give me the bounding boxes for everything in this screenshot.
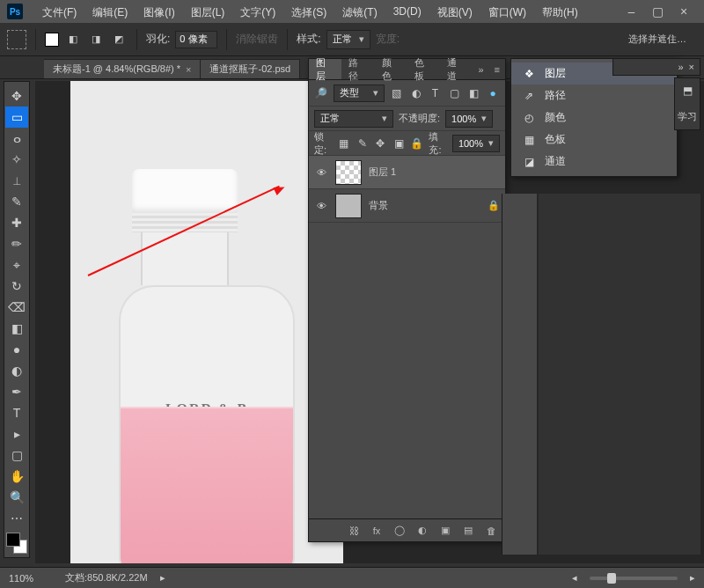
menu-filter[interactable]: 滤镜(T) (335, 3, 384, 23)
foreground-color-swatch[interactable] (6, 533, 20, 547)
menu-file[interactable]: 文件(F) (35, 3, 84, 23)
visibility-toggle-icon[interactable]: 👁 (314, 167, 328, 178)
tab-swatches[interactable]: 色板 (407, 59, 440, 79)
selection-new-icon[interactable] (45, 33, 59, 47)
layer-name[interactable]: 图层 1 (369, 165, 396, 179)
filter-smart-icon[interactable]: ◧ (466, 85, 480, 101)
panel-menu-icon[interactable]: ≡ (489, 59, 505, 79)
gradient-tool-icon[interactable]: ◧ (5, 318, 28, 339)
feather-input[interactable] (175, 31, 217, 48)
filter-adjustment-icon[interactable]: ◐ (409, 85, 423, 101)
scroll-left-icon[interactable]: ◂ (572, 572, 577, 584)
eraser-tool-icon[interactable]: ⌫ (5, 297, 28, 318)
fill-input[interactable]: 100% (452, 135, 500, 152)
menu-item-paths[interactable]: ⇗ 路径 (511, 85, 677, 107)
opacity-input[interactable]: 100% (445, 110, 493, 128)
layer-filter-type-select[interactable]: 类型 (334, 85, 385, 102)
menu-type[interactable]: 文字(Y) (233, 3, 282, 23)
type-tool-icon[interactable]: T (5, 402, 28, 423)
new-layer-icon[interactable]: ▤ (461, 525, 475, 536)
layer-item-background[interactable]: 👁 背景 🔒 (309, 189, 505, 223)
horizontal-scrollbar[interactable] (590, 577, 678, 580)
rectangular-marquee-tool-icon[interactable]: ▭ (5, 107, 28, 128)
close-icon[interactable]: × (689, 62, 694, 72)
lasso-tool-icon[interactable]: ⴰ (5, 128, 28, 149)
collapsed-learn-panel[interactable]: ⬒ 学习 (674, 77, 700, 130)
window-close-button[interactable]: × (672, 3, 695, 20)
layer-group-icon[interactable]: ▣ (438, 525, 452, 536)
filter-shape-icon[interactable]: ▢ (447, 85, 461, 101)
lock-transparency-icon[interactable]: ▦ (338, 136, 351, 151)
edit-toolbar-icon[interactable]: ⋯ (5, 508, 28, 529)
lock-artboard-icon[interactable]: ▣ (392, 136, 406, 151)
filter-toggle-icon[interactable]: ● (486, 85, 500, 101)
document-tab-1[interactable]: 未标题-1 @ 4.84%(RGB/8#) * × (44, 59, 201, 78)
window-maximize-button[interactable]: ▢ (646, 3, 669, 20)
doc-info[interactable]: 文档:850.8K/2.22M (65, 571, 148, 584)
close-icon[interactable]: × (186, 64, 191, 75)
lock-all-icon[interactable]: 🔒 (410, 136, 423, 151)
menu-item-swatches[interactable]: ▦ 色板 (511, 129, 677, 151)
tool-preset-picker[interactable] (7, 30, 26, 49)
menu-item-channels[interactable]: ◪ 通道 (511, 151, 677, 173)
lock-position-icon[interactable]: ✥ (374, 136, 387, 151)
menu-image[interactable]: 图像(I) (136, 3, 181, 23)
menu-3d[interactable]: 3D(D) (386, 3, 429, 23)
blend-mode-select[interactable]: 正常 (314, 110, 393, 128)
history-brush-tool-icon[interactable]: ↻ (5, 276, 28, 297)
dodge-tool-icon[interactable]: ◐ (5, 360, 28, 381)
filter-type-icon[interactable]: T (429, 85, 443, 101)
filter-pixel-icon[interactable]: ▧ (390, 85, 404, 101)
menu-select[interactable]: 选择(S) (284, 3, 334, 23)
window-minimize-button[interactable]: ‒ (620, 3, 642, 20)
layer-name[interactable]: 背景 (369, 199, 388, 212)
menu-help[interactable]: 帮助(H) (535, 3, 585, 23)
layer-thumbnail[interactable] (335, 160, 362, 185)
menu-edit[interactable]: 编辑(E) (85, 3, 135, 23)
adjustment-layer-icon[interactable]: ◐ (415, 525, 429, 536)
blur-tool-icon[interactable]: ● (5, 339, 28, 360)
link-layers-icon[interactable]: ⛓ (347, 526, 361, 536)
document-canvas[interactable]: LORD & B SOLUTI BIPHASI 150 ml (70, 81, 343, 563)
select-and-mask-button[interactable]: 选择并遮住… (628, 33, 697, 46)
scrollbar-thumb[interactable] (607, 573, 616, 584)
tab-layers[interactable]: 图层 (309, 59, 341, 79)
layer-item-1[interactable]: 👁 图层 1 (309, 156, 505, 189)
hand-tool-icon[interactable]: ✋ (5, 466, 28, 487)
menu-layer[interactable]: 图层(L) (184, 3, 232, 23)
menu-item-color[interactable]: ◴ 颜色 (511, 107, 677, 129)
style-select[interactable]: 正常 (326, 30, 370, 49)
magic-wand-tool-icon[interactable]: ✧ (5, 149, 28, 170)
tab-color[interactable]: 颜色 (375, 59, 407, 79)
path-select-tool-icon[interactable]: ▸ (5, 423, 28, 445)
delete-layer-icon[interactable]: 🗑 (484, 526, 498, 536)
tab-paths[interactable]: 路径 (341, 59, 374, 79)
layer-mask-icon[interactable]: ◯ (392, 525, 407, 536)
clone-stamp-tool-icon[interactable]: ⌖ (5, 254, 28, 276)
foreground-background-colors[interactable] (6, 533, 27, 554)
zoom-level[interactable]: 110% (9, 573, 53, 584)
collapsed-panel-header[interactable]: » × (612, 58, 700, 76)
chevron-right-icon[interactable]: ▸ (160, 572, 165, 584)
zoom-tool-icon[interactable]: 🔍 (5, 487, 28, 508)
document-tab-2[interactable]: 通道抠瓶子-02.psd (201, 59, 300, 78)
layer-style-icon[interactable]: fx (370, 526, 384, 536)
menu-view[interactable]: 视图(V) (430, 3, 480, 23)
selection-intersect-icon[interactable]: ◩ (110, 31, 128, 48)
tab-channels[interactable]: 通道 (440, 59, 473, 79)
selection-subtract-icon[interactable]: ◨ (87, 31, 105, 48)
layer-thumbnail[interactable] (335, 194, 362, 218)
lock-image-icon[interactable]: ✎ (356, 136, 369, 151)
search-icon[interactable]: 🔎 (314, 85, 328, 101)
visibility-toggle-icon[interactable]: 👁 (314, 201, 328, 211)
crop-tool-icon[interactable]: ⟂ (5, 170, 28, 191)
chevron-icon[interactable]: » (678, 62, 683, 72)
scroll-right-icon[interactable]: ▸ (690, 572, 695, 584)
menu-window[interactable]: 窗口(W) (481, 3, 533, 23)
selection-add-icon[interactable]: ◧ (64, 31, 82, 48)
brush-tool-icon[interactable]: ✏ (5, 233, 28, 254)
spot-heal-tool-icon[interactable]: ✚ (5, 212, 28, 233)
eyedropper-tool-icon[interactable]: ✎ (5, 191, 28, 212)
pen-tool-icon[interactable]: ✒ (5, 381, 28, 402)
panel-more-icon[interactable]: » (473, 59, 488, 79)
